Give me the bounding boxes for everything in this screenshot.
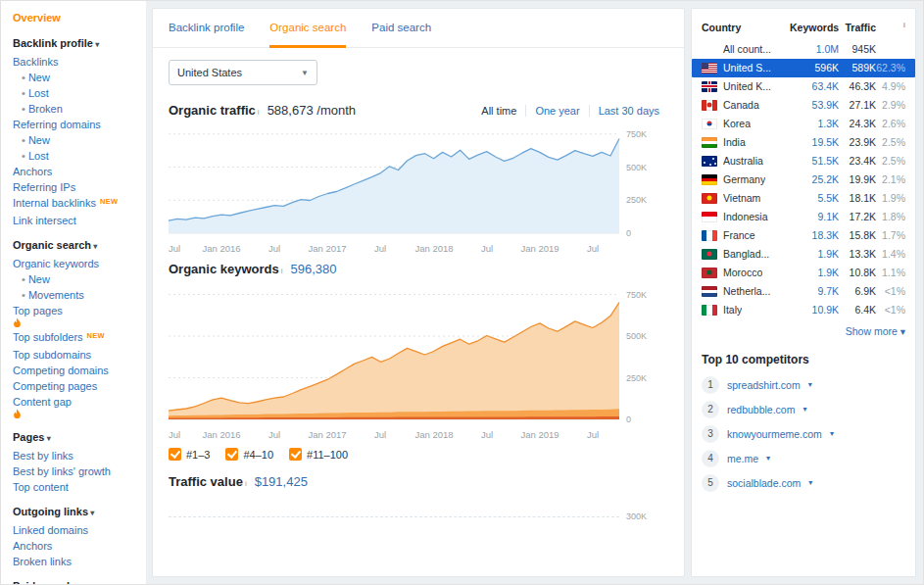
keywords-value[interactable]: 25.2K xyxy=(790,173,839,185)
sidebar-item-broken[interactable]: Broken xyxy=(13,101,140,117)
keywords-value[interactable]: 1.0M xyxy=(790,43,839,55)
legend-checkbox-4-10[interactable]: #4–10 xyxy=(225,448,273,461)
chevron-down-icon[interactable]: ▾ xyxy=(808,478,812,487)
sidebar-item-new[interactable]: New xyxy=(13,271,140,287)
keywords-value[interactable]: 10.9K xyxy=(790,304,839,316)
sidebar-item-overview[interactable]: Overview xyxy=(13,9,140,26)
competitor-link[interactable]: me.me xyxy=(727,453,758,464)
country-row-france[interactable]: France18.3K15.8K1.7% xyxy=(702,226,905,245)
checkbox-checked-icon[interactable] xyxy=(289,448,302,461)
sidebar-item-anchors[interactable]: Anchors xyxy=(13,538,140,554)
country-row-indonesia[interactable]: Indonesia9.1K17.2K1.8% xyxy=(702,208,905,226)
range-last-30-days[interactable]: Last 30 days xyxy=(589,105,668,117)
chevron-down-icon: ▾ xyxy=(73,583,79,584)
country-row-banglad[interactable]: Banglad...1.9K13.3K1.4% xyxy=(702,245,905,264)
sidebar-item-outgoing-links[interactable]: Outgoing links ▾ xyxy=(13,503,140,522)
keywords-value[interactable]: 63.4K xyxy=(790,80,839,92)
sidebar-item-content-gap[interactable]: Content gap xyxy=(13,394,140,420)
sidebar-item-label: Top content xyxy=(13,481,69,493)
legend-checkbox-1-3[interactable]: #1–3 xyxy=(169,448,210,461)
sidebar-item-competing-pages[interactable]: Competing pages xyxy=(13,378,140,394)
legend-checkbox-11-100[interactable]: #11–100 xyxy=(289,448,348,461)
competitor-link[interactable]: socialblade.com xyxy=(727,477,801,489)
country-select[interactable]: United States ▼ xyxy=(169,60,317,85)
sidebar-item-linked-domains[interactable]: Linked domains xyxy=(13,522,140,538)
sidebar-item-backlinks[interactable]: Backlinks xyxy=(13,54,140,70)
x-axis-tick: Jan 2017 xyxy=(308,429,346,440)
organic-keywords-value[interactable]: 596,380 xyxy=(291,262,337,276)
country-name-cell: Australia xyxy=(702,155,790,167)
svg-text:750K: 750K xyxy=(626,129,647,139)
sidebar-item-best-by-links[interactable]: Best by links xyxy=(13,448,140,463)
keywords-value[interactable]: 1.9K xyxy=(790,267,839,278)
sidebar-item-broken-links[interactable]: Broken links xyxy=(13,554,140,569)
competitor-item-spreadshirt-com: 1spreadshirt.com▾ xyxy=(702,376,905,394)
show-more-link[interactable]: Show more ▾ xyxy=(702,325,905,337)
sidebar-item-top-subfolders[interactable]: Top subfoldersNEW xyxy=(13,329,140,347)
sidebar-item-organic-search[interactable]: Organic search ▾ xyxy=(13,236,140,256)
keywords-value[interactable]: 53.9K xyxy=(790,99,839,111)
chevron-down-icon[interactable]: ▾ xyxy=(802,405,806,414)
country-row-canada[interactable]: Canada53.9K27.1K2.9% xyxy=(702,96,905,115)
sidebar-item-new[interactable]: New xyxy=(13,132,140,148)
competitor-link[interactable]: spreadshirt.com xyxy=(727,379,801,391)
country-row-australia[interactable]: Australia51.5K23.4K2.5% xyxy=(702,152,905,171)
sidebar-item-referring-domains[interactable]: Referring domains xyxy=(13,117,140,132)
country-row-united-k[interactable]: United K...63.4K46.3K4.9% xyxy=(702,77,905,96)
keywords-value[interactable]: 9.7K xyxy=(790,285,839,297)
country-row-vietnam[interactable]: Vietnam5.5K18.1K1.9% xyxy=(702,189,905,208)
sidebar-item-new[interactable]: New xyxy=(13,70,140,85)
keywords-value[interactable]: 1.9K xyxy=(790,248,839,260)
organic-keywords-title: Organic keywords xyxy=(169,262,279,276)
sidebar-item-lost[interactable]: Lost xyxy=(13,85,140,101)
keywords-value[interactable]: 1.3K xyxy=(790,118,839,129)
sidebar-item-referring-ips[interactable]: Referring IPs xyxy=(13,179,140,195)
country-row-germany[interactable]: Germany25.2K19.9K2.1% xyxy=(702,171,905,189)
chevron-down-icon[interactable]: ▾ xyxy=(830,429,834,438)
tab-paid-search[interactable]: Paid search xyxy=(371,9,431,48)
keywords-value[interactable]: 19.5K xyxy=(790,136,839,148)
country-name-cell: Canada xyxy=(702,99,790,111)
sidebar-item-internal-backlinks[interactable]: Internal backlinksNEW xyxy=(13,195,140,213)
sidebar-item-best-by-links-growth[interactable]: Best by links' growth xyxy=(13,463,140,479)
keywords-value[interactable]: 5.5K xyxy=(790,192,839,204)
svg-text:500K: 500K xyxy=(626,163,647,172)
sidebar-item-top-pages[interactable]: Top pages xyxy=(13,303,140,329)
tab-organic-search[interactable]: Organic search xyxy=(269,9,346,48)
range-one-year[interactable]: One year xyxy=(525,105,588,117)
keywords-value[interactable]: 596K xyxy=(790,62,839,73)
sidebar-item-competing-domains[interactable]: Competing domains xyxy=(13,363,140,378)
sidebar-item-pages[interactable]: Pages ▾ xyxy=(13,428,140,448)
checkbox-checked-icon[interactable] xyxy=(169,448,181,461)
country-row-india[interactable]: India19.5K23.9K2.5% xyxy=(702,133,905,152)
keywords-value[interactable]: 51.5K xyxy=(790,155,839,167)
country-row-netherla[interactable]: Netherla...9.7K6.9K<1% xyxy=(702,282,905,301)
checkbox-checked-icon[interactable] xyxy=(225,448,238,461)
range-all-time[interactable]: All time xyxy=(472,105,525,117)
country-row-all-count[interactable]: All count...1.0M945K xyxy=(702,40,905,59)
sidebar-item-organic-keywords[interactable]: Organic keywords xyxy=(13,256,140,271)
sidebar-item-link-intersect[interactable]: Link intersect xyxy=(13,213,140,228)
tab-backlink-profile[interactable]: Backlink profile xyxy=(169,9,244,48)
sidebar-item-top-content[interactable]: Top content xyxy=(13,479,140,495)
sidebar-item-top-subdomains[interactable]: Top subdomains xyxy=(13,347,140,363)
country-row-korea[interactable]: Korea1.3K24.3K2.6% xyxy=(702,115,905,133)
country-row-morocco[interactable]: Morocco1.9K10.8K1.1% xyxy=(702,264,905,282)
country-name: Vietnam xyxy=(723,192,760,204)
sidebar-item-lost[interactable]: Lost xyxy=(13,148,140,164)
chevron-down-icon[interactable]: ▾ xyxy=(766,454,770,463)
x-axis-tick: Jul xyxy=(481,243,493,254)
sidebar-item-paid-search[interactable]: Paid search ▾ xyxy=(13,577,140,584)
traffic-value-amount[interactable]: $191,425 xyxy=(255,474,308,489)
sidebar-item-label: Anchors xyxy=(13,540,52,552)
keywords-value[interactable]: 9.1K xyxy=(790,211,839,222)
keywords-value[interactable]: 18.3K xyxy=(790,229,839,241)
sidebar-item-backlink-profile[interactable]: Backlink profile ▾ xyxy=(13,34,140,54)
chevron-down-icon[interactable]: ▾ xyxy=(808,380,812,389)
country-row-united-s[interactable]: United S...596K589K62.3% xyxy=(692,59,915,77)
sidebar-item-movements[interactable]: Movements xyxy=(13,287,140,303)
competitor-link[interactable]: redbubble.com xyxy=(727,404,795,415)
sidebar-item-anchors[interactable]: Anchors xyxy=(13,164,140,179)
country-row-italy[interactable]: Italy10.9K6.4K<1% xyxy=(702,301,905,319)
competitor-link[interactable]: knowyourmeme.com xyxy=(727,428,822,440)
